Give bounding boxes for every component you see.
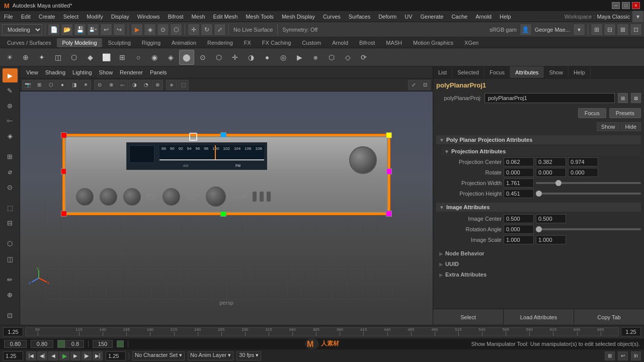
radio-device[interactable]: 889092949698100102104106108 AMFM bbox=[63, 134, 390, 215]
bb-extra-btn3[interactable]: in bbox=[631, 351, 641, 360]
layout-btn4[interactable]: ⊡ bbox=[630, 24, 642, 36]
layout-btn3[interactable]: ⊠ bbox=[617, 24, 629, 36]
shelf-separate[interactable]: ◉ bbox=[147, 50, 162, 65]
shelf-paint-sel[interactable]: ⊙ bbox=[195, 50, 210, 65]
move-tool-btn[interactable]: ✛ bbox=[188, 24, 200, 36]
menu-bifrost[interactable]: Bifrost bbox=[164, 11, 187, 22]
menu-mesh[interactable]: Mesh bbox=[188, 11, 209, 22]
knob1[interactable] bbox=[76, 188, 94, 206]
vt-grid[interactable]: ⊞ bbox=[34, 80, 45, 90]
rot-angle-input[interactable] bbox=[504, 225, 534, 234]
render2-btn[interactable]: ◫ bbox=[3, 252, 18, 266]
projection-section-header[interactable]: ▼ Poly Planar Projection Attributes bbox=[436, 135, 641, 144]
shelf-light[interactable]: ✦ bbox=[34, 50, 49, 65]
proj-height-slider[interactable] bbox=[536, 193, 641, 195]
grease-pencil-btn[interactable]: ✏ bbox=[3, 273, 18, 287]
handle-tr[interactable] bbox=[386, 132, 392, 138]
rotate-tool-btn[interactable]: ↻ bbox=[201, 24, 213, 36]
menu-windows[interactable]: Windows bbox=[133, 11, 164, 22]
tab-bifrost[interactable]: Bifrost bbox=[354, 38, 380, 47]
new-scene-btn[interactable]: 📄 bbox=[48, 24, 60, 36]
tab-rendering[interactable]: Rendering bbox=[202, 38, 238, 47]
menu-cache[interactable]: Cache bbox=[447, 11, 471, 22]
redo-btn[interactable]: ↪ bbox=[113, 24, 125, 36]
shelf-fx1[interactable]: ◇ bbox=[340, 50, 355, 65]
curve-tool-btn[interactable]: ⟜ bbox=[3, 114, 18, 128]
select-footer-btn[interactable]: Select bbox=[433, 309, 504, 325]
shelf-mat3[interactable]: ◎ bbox=[276, 50, 291, 65]
undo-btn[interactable]: ↩ bbox=[100, 24, 112, 36]
layout-btn1[interactable]: ⊞ bbox=[591, 24, 603, 36]
end-frame-input[interactable] bbox=[621, 327, 641, 336]
snap-grid-btn[interactable]: ⊞ bbox=[3, 150, 18, 164]
vmenu-lighting[interactable]: Lighting bbox=[69, 66, 95, 78]
snap-curve-btn[interactable]: ⌀ bbox=[3, 165, 18, 179]
maximize-button[interactable]: □ bbox=[622, 2, 630, 9]
shelf-subdivide[interactable]: ⊞ bbox=[115, 50, 130, 65]
proj-center-x[interactable] bbox=[504, 157, 534, 166]
object-mode-btn[interactable]: ⊡ bbox=[3, 309, 18, 323]
knob5[interactable] bbox=[206, 187, 226, 207]
vt-isolate[interactable]: ⊙ bbox=[94, 80, 105, 90]
close-button[interactable]: ✕ bbox=[632, 2, 640, 9]
rot-angle-slider[interactable] bbox=[536, 228, 641, 230]
proj-attr-header[interactable]: ▼ Projection Attributes bbox=[441, 147, 641, 156]
shelf-move[interactable]: ✛ bbox=[227, 50, 243, 65]
snap-point-btn[interactable]: ⊙ bbox=[3, 180, 18, 194]
node-ref-expand2[interactable]: ⊠ bbox=[631, 93, 641, 103]
sculpt-btn[interactable]: ⊛ bbox=[3, 99, 18, 113]
x-val[interactable] bbox=[4, 340, 27, 348]
select-tool-btn[interactable]: ▶ bbox=[131, 24, 143, 36]
save-scene-btn[interactable]: 💾 bbox=[74, 24, 86, 36]
shelf-3[interactable]: ⬡ bbox=[211, 50, 226, 65]
vt-texture[interactable]: ◨ bbox=[68, 80, 79, 90]
prev-key-btn[interactable]: ◀| bbox=[37, 351, 47, 360]
tab-curves-surfaces[interactable]: Curves / Surfaces bbox=[2, 38, 56, 47]
minimize-button[interactable]: ─ bbox=[612, 2, 620, 9]
vt-solid[interactable]: ● bbox=[57, 80, 68, 90]
shelf-material[interactable]: ◑ bbox=[244, 50, 259, 65]
display-layer2-btn[interactable]: ⊟ bbox=[3, 216, 18, 230]
menu-edit-mesh[interactable]: Edit Mesh bbox=[209, 11, 242, 22]
vt-frame-sel[interactable]: ⊡ bbox=[420, 80, 431, 90]
bb-extra-btn1[interactable]: ⊞ bbox=[605, 351, 615, 360]
node-ref-input[interactable] bbox=[485, 93, 615, 103]
knob2[interactable] bbox=[100, 188, 117, 206]
switch2[interactable] bbox=[260, 192, 264, 202]
uuid-header[interactable]: ▶ UUID bbox=[436, 259, 641, 268]
copy-tab-btn[interactable]: Copy Tab bbox=[574, 309, 644, 325]
menu-uv[interactable]: UV bbox=[400, 11, 416, 22]
open-scene-btn[interactable]: 📂 bbox=[61, 24, 73, 36]
shelf-combine[interactable]: ○ bbox=[131, 50, 146, 65]
frame-val[interactable] bbox=[93, 340, 113, 348]
rotate-z[interactable] bbox=[568, 168, 598, 177]
shelf-rig[interactable]: ⎈ bbox=[308, 50, 323, 65]
fps-dropdown[interactable]: 30 fps ▾ bbox=[236, 351, 261, 360]
tab-xgen[interactable]: XGen bbox=[459, 38, 484, 47]
rpanel-focus[interactable]: Focus bbox=[485, 66, 510, 78]
rpanel-selected[interactable]: Selected bbox=[452, 66, 485, 78]
menu-select[interactable]: Select bbox=[59, 11, 83, 22]
tuning-knob[interactable] bbox=[349, 146, 377, 174]
handle-bl[interactable] bbox=[61, 211, 67, 217]
vt-antialiasing[interactable]: ⊛ bbox=[152, 80, 163, 90]
node-ref-expand1[interactable]: ⊞ bbox=[618, 93, 628, 103]
shelf-render[interactable]: ⬡ bbox=[324, 50, 339, 65]
vmenu-show[interactable]: Show bbox=[96, 66, 116, 78]
vt-light[interactable]: ☀ bbox=[80, 80, 91, 90]
vt-ao[interactable]: ◔ bbox=[140, 80, 151, 90]
tab-sculpting[interactable]: Sculpting bbox=[103, 38, 136, 47]
workspace-dropdown[interactable]: ▾ bbox=[632, 11, 644, 23]
menu-surfaces[interactable]: Surfaces bbox=[345, 11, 374, 22]
rpanel-attributes[interactable]: Attributes bbox=[510, 66, 544, 78]
tab-poly-modeling[interactable]: Poly Modeling bbox=[57, 38, 102, 47]
z-val[interactable] bbox=[66, 340, 84, 348]
vmenu-panels[interactable]: Panels bbox=[147, 66, 170, 78]
tab-motion-graphics[interactable]: Motion Graphics bbox=[408, 38, 458, 47]
load-attributes-btn[interactable]: Load Attributes bbox=[504, 309, 574, 325]
scale-tool-btn[interactable]: ⤢ bbox=[214, 24, 226, 36]
goto-end-btn[interactable]: ▶| bbox=[93, 351, 103, 360]
time-ruler[interactable]: 50 115 140 165 190 215 240 265 290 315 3 bbox=[25, 327, 619, 336]
proj-center-z[interactable] bbox=[568, 157, 598, 166]
knob4[interactable] bbox=[163, 188, 180, 206]
